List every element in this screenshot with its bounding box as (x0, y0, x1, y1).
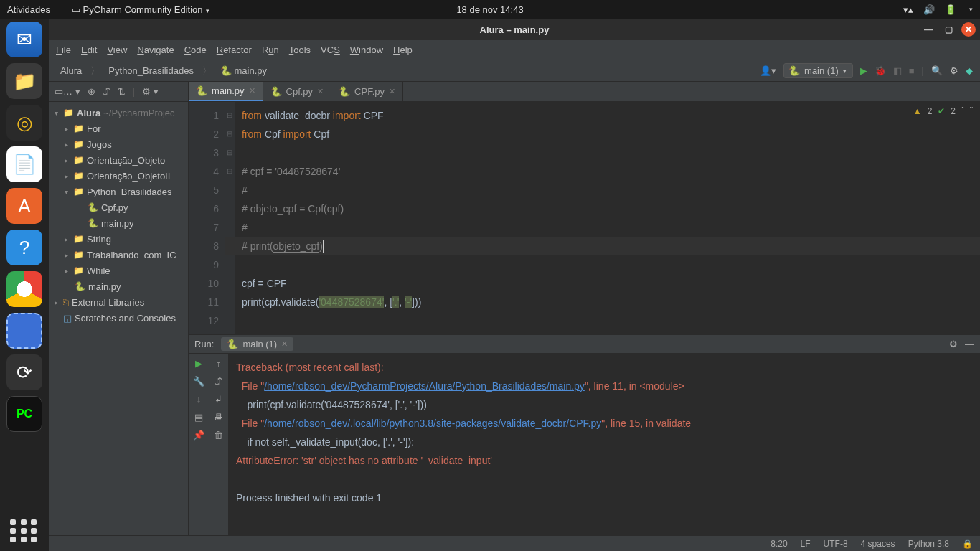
close-button[interactable]: ✕ (961, 22, 976, 37)
tree-folder[interactable]: ▸📁 Orientação_ObjetoII (49, 168, 188, 184)
dock-software[interactable]: A (6, 188, 42, 224)
dock-files[interactable]: 📁 (6, 63, 42, 99)
breadcrumb-folder[interactable]: Python_Brasilidades (104, 64, 198, 77)
dock-pycharm[interactable]: PC (6, 396, 42, 432)
status-position[interactable]: 8:20 (771, 539, 787, 549)
editor-tab-cpf[interactable]: 🐍Cpf.py✕ (263, 82, 332, 101)
menu-edit[interactable]: Edit (81, 44, 97, 55)
fold-gutter[interactable]: ⊟⊟⊟⊟ (225, 102, 235, 334)
status-interpreter[interactable]: Python 3.8 (908, 539, 949, 549)
settings-icon[interactable]: ⚙ (950, 65, 958, 76)
run-panel-header[interactable]: Run: 🐍 main (1) ✕ ⚙ — (189, 335, 980, 354)
close-tab-icon[interactable]: ✕ (389, 87, 395, 96)
tree-folder[interactable]: ▸📁 String (49, 231, 188, 247)
menu-refactor[interactable]: Refactor (217, 44, 252, 55)
stop-button[interactable]: ■ (909, 65, 915, 76)
tree-folder[interactable]: ▸📁 Jogos (49, 136, 188, 152)
editor-tab-main[interactable]: 🐍main.py✕ (189, 82, 263, 101)
tool-wrap-icon[interactable]: ↲ (215, 394, 222, 405)
project-view-selector[interactable]: ▭… ▾ (55, 86, 80, 97)
add-user-icon[interactable]: 👤▾ (760, 65, 776, 76)
tree-folder[interactable]: ▸📁 For (49, 121, 188, 136)
menu-file[interactable]: File (56, 44, 71, 55)
maximize-button[interactable]: ▢ (941, 22, 956, 37)
debug-button[interactable]: 🐞 (875, 65, 886, 76)
tool-down-icon[interactable]: ↓ (197, 394, 202, 405)
status-encoding[interactable]: UTF-8 (824, 539, 848, 549)
console-output[interactable]: Traceback (most recent call last): File … (229, 354, 980, 535)
tree-folder[interactable]: ▸📁 While (49, 263, 188, 278)
editor-gutter[interactable]: 123456789101112 (189, 102, 225, 334)
tool-print-icon[interactable]: 🖶 (214, 412, 223, 423)
tree-file[interactable]: 🐍 main.py (49, 278, 188, 294)
minimize-button[interactable]: — (921, 22, 936, 37)
code-content[interactable]: from validate_docbr import CPFfrom Cpf i… (235, 102, 980, 334)
menu-vcs[interactable]: VCS (321, 44, 340, 55)
activities-button[interactable]: Atividades (7, 4, 50, 15)
menu-view[interactable]: View (107, 44, 127, 55)
expand-all-icon[interactable]: ⇵ (103, 86, 110, 97)
run-config-selector[interactable]: 🐍 main (1) ▾ (783, 63, 853, 78)
chevron-up-icon[interactable]: ˆ (961, 106, 964, 116)
editor-tab-CPF[interactable]: 🐍CPF.py✕ (331, 82, 403, 101)
tree-folder[interactable]: ▸📁 Orientação_Objeto (49, 152, 188, 168)
tool-wrench-icon[interactable]: 🔧 (193, 376, 204, 387)
run-button[interactable]: ▶ (860, 65, 867, 76)
close-tab-icon[interactable]: ✕ (317, 87, 324, 96)
tool-trash-icon[interactable]: 🗑 (214, 430, 223, 441)
tool-collapse-icon[interactable]: ⇵ (215, 376, 222, 387)
tree-scratches[interactable]: ◲ Scratches and Consoles (49, 310, 188, 326)
menu-help[interactable]: Help (393, 44, 413, 55)
menu-window[interactable]: Window (350, 44, 383, 55)
chevron-down-icon[interactable]: ˇ (970, 106, 973, 116)
tree-folder[interactable]: ▸📁 Trabalhando_com_IC (49, 247, 188, 263)
dock-apps-grid[interactable] (10, 519, 39, 542)
breadcrumb-root[interactable]: Alura (56, 64, 86, 77)
tree-root[interactable]: ▾📁 Alura ~/PycharmProjec (49, 105, 188, 121)
tool-layout-icon[interactable]: ▤ (194, 412, 203, 423)
editor-body[interactable]: 123456789101112 ⊟⊟⊟⊟ from validate_docbr… (189, 102, 980, 334)
dock-libreoffice[interactable]: 📄 (6, 146, 42, 182)
tree-file[interactable]: 🐍 main.py (49, 215, 188, 231)
select-target-icon[interactable]: ⊕ (88, 86, 95, 97)
battery-icon[interactable]: 🔋 (945, 4, 956, 15)
gear-icon[interactable]: ⚙ ▾ (142, 86, 159, 97)
status-lock-icon[interactable]: 🔒 (962, 539, 973, 549)
app-menu[interactable]: ▭ PyCharm Community Edition▾ (72, 4, 209, 15)
run-gear-icon[interactable]: ⚙ (949, 339, 958, 349)
menu-run[interactable]: Run (262, 44, 279, 55)
volume-icon[interactable]: 🔊 (923, 4, 935, 15)
dock-rhythmbox[interactable]: ◎ (6, 105, 42, 141)
tool-up-icon[interactable]: ↑ (216, 358, 221, 369)
wifi-icon[interactable]: ▾▴ (903, 4, 913, 15)
close-tab-icon[interactable]: ✕ (249, 86, 255, 95)
run-tab[interactable]: 🐍 main (1) ✕ (221, 337, 293, 351)
tree-folder-open[interactable]: ▾📁 Python_Brasilidades (49, 184, 188, 199)
status-line-ending[interactable]: LF (801, 539, 811, 549)
system-menu-arrow[interactable]: ▾ (969, 6, 973, 13)
dock-updater[interactable]: ⟳ (6, 354, 42, 390)
coverage-button[interactable]: ◧ (893, 65, 902, 76)
tool-pin-icon[interactable]: 📌 (193, 430, 204, 441)
titlebar[interactable]: Alura – main.py — ▢ ✕ (49, 19, 980, 40)
menu-tools[interactable]: Tools (289, 44, 311, 55)
dock-help[interactable]: ? (6, 230, 42, 265)
dock-screenshot[interactable] (6, 313, 42, 349)
gnome-top-bar: Atividades ▭ PyCharm Community Edition▾ … (0, 0, 980, 19)
project-tree[interactable]: ▾📁 Alura ~/PycharmProjec ▸📁 For ▸📁 Jogos… (49, 102, 188, 535)
menu-navigate[interactable]: Navigate (137, 44, 174, 55)
ide-logo-icon[interactable]: ◆ (966, 65, 973, 76)
search-icon[interactable]: 🔍 (931, 65, 943, 76)
rerun-button[interactable]: ▶ (195, 358, 202, 369)
dock-chrome[interactable] (6, 271, 42, 307)
inspection-widget[interactable]: ▲2 ✔2 ˆ ˇ (913, 106, 973, 116)
run-hide-icon[interactable]: — (965, 339, 974, 349)
breadcrumb-file[interactable]: 🐍 main.py (216, 64, 271, 77)
menu-code[interactable]: Code (184, 44, 207, 55)
tree-external-libs[interactable]: ▸⎗ External Libraries (49, 294, 188, 310)
clock[interactable]: 18 de nov 14:43 (456, 4, 523, 15)
tree-file[interactable]: 🐍 Cpf.py (49, 199, 188, 215)
dock-thunderbird[interactable]: ✉ (6, 22, 42, 57)
status-indent[interactable]: 4 spaces (861, 539, 895, 549)
collapse-all-icon[interactable]: ⇅ (118, 86, 126, 97)
